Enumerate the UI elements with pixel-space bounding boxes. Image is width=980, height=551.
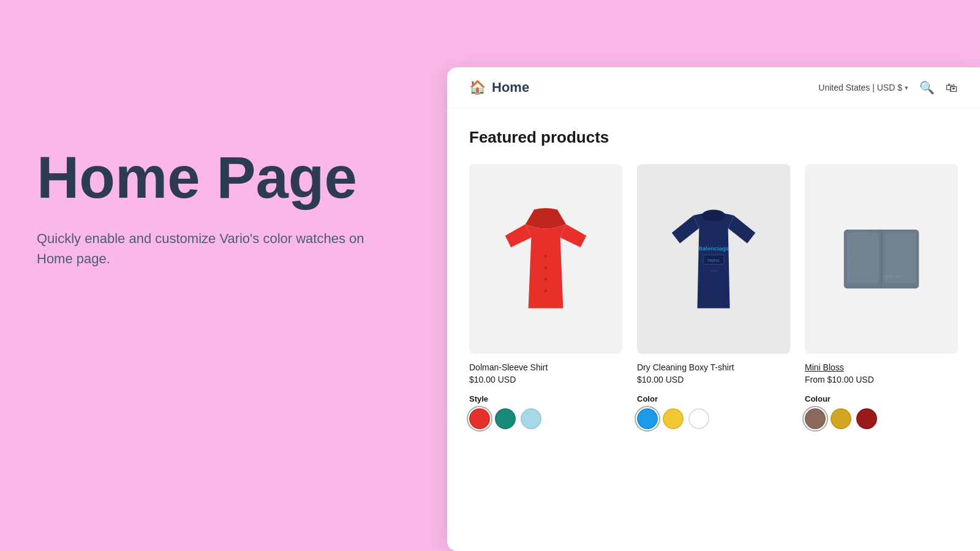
- swatch-teal[interactable]: [495, 408, 516, 429]
- swatch-label-2: Color: [637, 394, 790, 403]
- store-logo[interactable]: 🏠 Home: [469, 80, 529, 96]
- store-main: Featured products: [447, 108, 980, 449]
- svg-text:~~~: ~~~: [710, 269, 717, 273]
- hero-title: Home Page: [37, 147, 368, 209]
- svg-text:Balenciaga: Balenciaga: [698, 245, 729, 252]
- product-card-1[interactable]: Dolman-Sleeve Shirt $10.00 USD Style: [469, 164, 622, 429]
- swatches-1: [469, 408, 622, 429]
- product-price-1: $10.00 USD: [469, 375, 622, 384]
- swatch-gold[interactable]: [831, 408, 851, 429]
- products-grid: Dolman-Sleeve Shirt $10.00 USD Style: [469, 164, 958, 429]
- product-price-2: $10.00 USD: [637, 375, 790, 384]
- product-name-1: Dolman-Sleeve Shirt: [469, 362, 622, 372]
- swatch-label-1: Style: [469, 394, 622, 403]
- product-card-3[interactable]: LETI...IO Mini Bloss From $10.00 USD Col…: [805, 164, 958, 429]
- swatch-section-2: Color: [637, 394, 790, 429]
- home-icon: 🏠: [469, 80, 486, 96]
- swatch-lightblue[interactable]: [521, 408, 541, 429]
- region-text: United States | USD $: [818, 83, 902, 92]
- swatch-blue[interactable]: [637, 408, 658, 429]
- chevron-down-icon: ▾: [905, 84, 908, 92]
- svg-point-3: [545, 290, 548, 293]
- svg-text:PARIS: PARIS: [707, 258, 720, 263]
- svg-point-2: [545, 278, 548, 281]
- store-name: Home: [492, 80, 529, 96]
- region-selector[interactable]: United States | USD $ ▾: [818, 83, 908, 92]
- swatches-2: [637, 408, 790, 429]
- search-icon[interactable]: 🔍: [919, 80, 935, 95]
- swatch-section-1: Style: [469, 394, 622, 429]
- swatches-3: [805, 408, 958, 429]
- product-name-3[interactable]: Mini Bloss: [805, 362, 958, 372]
- swatch-white[interactable]: [688, 408, 709, 429]
- product-name-2: Dry Cleaning Boxy T-shirt: [637, 362, 790, 372]
- left-panel: Home Page Quickly enable and customize V…: [37, 147, 368, 269]
- hero-subtitle: Quickly enable and customize Vario's col…: [37, 228, 368, 269]
- cart-icon[interactable]: 🛍: [946, 81, 958, 95]
- svg-point-4: [702, 209, 725, 221]
- svg-text:LETI...IO: LETI...IO: [883, 274, 901, 279]
- product-image-2: Balenciaga PARIS ~~~: [637, 164, 790, 354]
- swatch-label-3: Colour: [805, 394, 958, 403]
- swatch-yellow[interactable]: [663, 408, 684, 429]
- product-card-2[interactable]: Balenciaga PARIS ~~~ Dry Cleaning Boxy T…: [637, 164, 790, 429]
- swatch-darkred[interactable]: [856, 408, 877, 429]
- header-right: United States | USD $ ▾ 🔍 🛍: [818, 80, 958, 95]
- product-image-1: [469, 164, 622, 354]
- swatch-brown[interactable]: [805, 408, 826, 429]
- svg-rect-11: [846, 232, 879, 283]
- store-panel: 🏠 Home United States | USD $ ▾ 🔍 🛍 Featu…: [447, 67, 980, 551]
- svg-point-1: [545, 266, 548, 269]
- store-header: 🏠 Home United States | USD $ ▾ 🔍 🛍: [447, 67, 980, 108]
- svg-point-0: [545, 255, 548, 258]
- product-price-3: From $10.00 USD: [805, 375, 958, 384]
- product-image-3: LETI...IO: [805, 164, 958, 354]
- swatch-section-3: Colour: [805, 394, 958, 429]
- swatch-red[interactable]: [469, 408, 490, 429]
- section-title: Featured products: [469, 128, 958, 147]
